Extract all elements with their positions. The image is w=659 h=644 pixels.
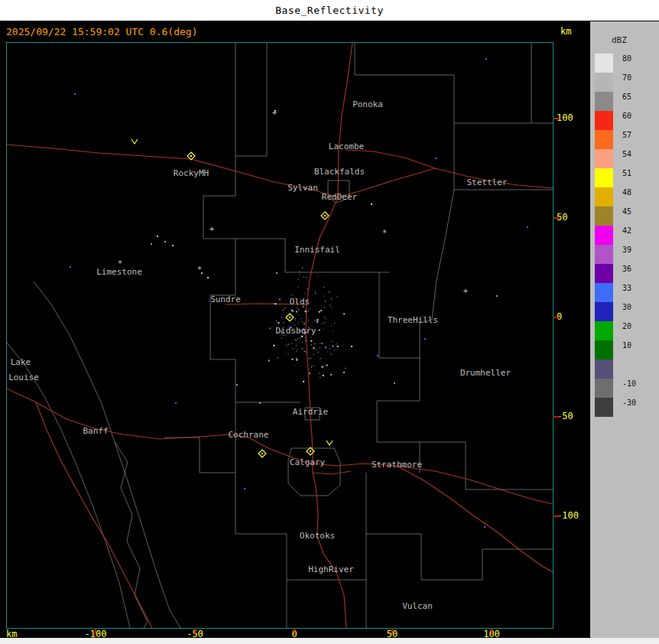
district-boundary bbox=[366, 534, 553, 580]
city-label: RockyMH bbox=[174, 168, 209, 178]
echo-dot bbox=[291, 310, 293, 311]
echo-dot bbox=[319, 311, 320, 313]
echo-dot bbox=[323, 375, 324, 376]
colorbar-row: 20 bbox=[595, 321, 659, 340]
city-label: Stettler bbox=[467, 177, 508, 187]
y-axis-tick-label: -100 bbox=[557, 510, 583, 521]
echo-dot bbox=[296, 311, 297, 312]
colorbar-row: 30 bbox=[595, 302, 659, 321]
colorbar-value-label: 39 bbox=[622, 246, 631, 254]
echo-dot bbox=[299, 272, 300, 272]
echo-dot bbox=[328, 291, 329, 292]
echo-dot bbox=[308, 321, 309, 322]
echo-dot bbox=[151, 243, 152, 245]
echo-dot bbox=[290, 294, 291, 295]
echo-dot bbox=[317, 276, 318, 277]
y-axis-tick-label: 0 bbox=[557, 311, 583, 322]
echo-dot bbox=[304, 293, 305, 294]
colorbar-value-label: 54 bbox=[622, 150, 631, 158]
echo-dot bbox=[288, 354, 289, 355]
echo-dot bbox=[484, 526, 485, 528]
echo-dot bbox=[314, 343, 315, 344]
colorbar-swatch bbox=[595, 264, 613, 283]
echo-dot bbox=[309, 358, 310, 359]
city-label: HighRiver bbox=[308, 564, 354, 574]
echo-dot bbox=[296, 345, 297, 346]
echo-dot bbox=[315, 291, 316, 292]
echo-dot bbox=[343, 372, 345, 373]
echo-dot bbox=[330, 374, 332, 376]
y-axis-tick bbox=[553, 416, 560, 418]
echo-dot bbox=[304, 351, 305, 352]
echo-dot bbox=[305, 311, 307, 312]
colorbar-swatch bbox=[595, 111, 613, 130]
colorbar-row: 65 bbox=[595, 92, 659, 111]
echo-dot bbox=[315, 320, 316, 320]
echo-dot bbox=[244, 488, 245, 490]
colorbar-row: 70 bbox=[595, 73, 659, 92]
x-axis-tick bbox=[491, 628, 492, 635]
colorbar-row: 54 bbox=[595, 149, 659, 168]
echo-dot bbox=[345, 368, 346, 369]
echo-dot bbox=[331, 341, 332, 342]
echo-dot bbox=[333, 346, 334, 347]
echo-dot bbox=[313, 354, 314, 355]
echo-dot bbox=[330, 306, 331, 307]
echo-dot bbox=[318, 352, 319, 353]
echo-dot bbox=[343, 313, 345, 314]
echo-dot bbox=[294, 324, 295, 325]
echo-dot bbox=[304, 323, 305, 324]
echo-dot bbox=[292, 294, 293, 295]
city-label: Drumheller bbox=[460, 368, 511, 378]
echo-dot bbox=[330, 292, 330, 293]
echo-dot bbox=[276, 272, 278, 274]
echo-dot bbox=[322, 366, 323, 368]
echo-dot bbox=[303, 307, 304, 307]
city-label: Sundre bbox=[210, 294, 241, 304]
echo-dot bbox=[207, 277, 209, 278]
radar-display[interactable]: *++*+*PonokaLacombeBlackfaldsSylvanRedDe… bbox=[6, 42, 553, 629]
highway-line bbox=[7, 389, 553, 504]
echo-dot bbox=[336, 296, 337, 297]
colorbar-value-label: 36 bbox=[622, 265, 631, 273]
echo-dot bbox=[296, 340, 297, 340]
colorbar-swatch bbox=[595, 226, 613, 245]
echo-dot bbox=[326, 365, 328, 366]
echo-dot bbox=[323, 295, 324, 296]
colorbar-value-label: 57 bbox=[622, 131, 631, 139]
city-label: Okotoks bbox=[300, 531, 335, 541]
echo-dot bbox=[301, 336, 303, 337]
echo-dot bbox=[315, 293, 316, 294]
echo-dot bbox=[324, 317, 325, 317]
echo-dot bbox=[330, 304, 330, 305]
symbols-layer: *++*+* bbox=[118, 109, 468, 295]
colorbar-row: -10 bbox=[595, 379, 659, 398]
echo-dot bbox=[273, 345, 274, 346]
echo-dot bbox=[326, 319, 326, 320]
map-symbol: * bbox=[197, 265, 202, 274]
echo-dot bbox=[297, 339, 298, 340]
highway-line bbox=[397, 466, 553, 572]
legend-title: dBZ bbox=[612, 35, 627, 45]
district-boundary bbox=[7, 343, 130, 628]
echo-dot bbox=[308, 311, 309, 311]
echo-dot bbox=[279, 299, 281, 301]
echo-dot bbox=[297, 307, 298, 308]
legend-panel: dBZ 80706560575451484542393633302010-10-… bbox=[590, 21, 659, 638]
radar-site-marker bbox=[258, 450, 266, 457]
echo-dot bbox=[313, 347, 314, 349]
colorbar-row: 80 bbox=[595, 54, 659, 73]
echo-dot bbox=[377, 355, 378, 356]
echo-dot bbox=[297, 348, 298, 349]
city-label: Didsbury bbox=[276, 326, 317, 336]
echo-dot bbox=[310, 358, 311, 359]
city-label: Lacombe bbox=[329, 141, 364, 151]
colorbar-row: 39 bbox=[595, 245, 659, 264]
echo-dot bbox=[296, 358, 297, 359]
vee-icon bbox=[131, 139, 138, 144]
colorbar-swatch bbox=[595, 359, 613, 379]
highway-line bbox=[313, 471, 351, 474]
echo-dot bbox=[296, 350, 297, 351]
echo-dot bbox=[323, 287, 324, 288]
radar-map[interactable]: *++*+*PonokaLacombeBlackfaldsSylvanRedDe… bbox=[7, 43, 553, 628]
